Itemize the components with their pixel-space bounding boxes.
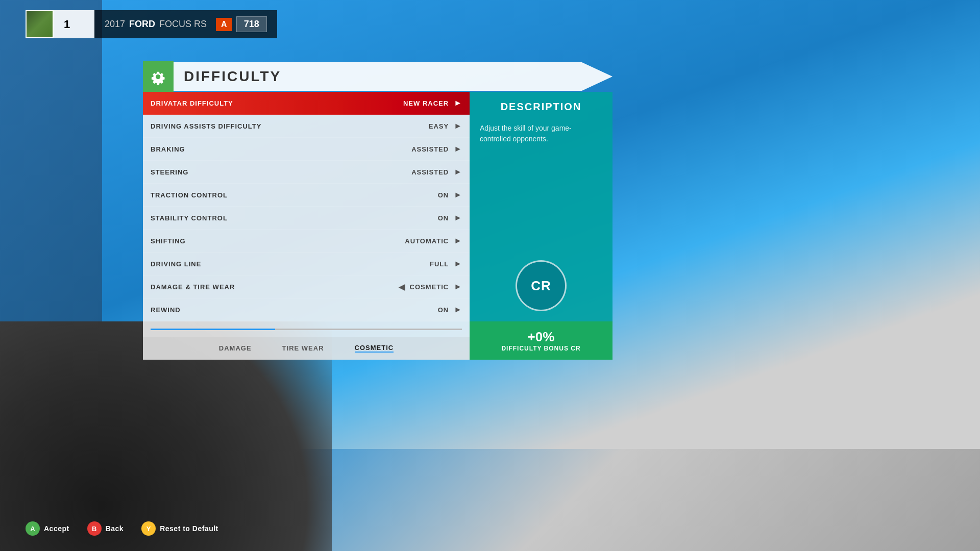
player-avatar: [26, 10, 54, 38]
setting-value-drivatar: NEW RACER: [403, 99, 449, 107]
cr-text: CR: [531, 278, 551, 294]
y-button-icon: Y: [141, 521, 156, 536]
setting-label-drivatar: DRIVATAR DIFFICULTY: [151, 99, 233, 107]
setting-row-traction[interactable]: TRACTION CONTROL ON ►: [143, 184, 470, 207]
damage-options-row: DAMAGE TIRE WEAR COSMETIC: [143, 337, 470, 360]
chevron-right-icon-shifting: ►: [454, 236, 462, 245]
chevron-right-icon-braking: ►: [454, 144, 462, 154]
chevron-right-icon-drivatar: ►: [454, 98, 462, 108]
accept-label: Accept: [44, 524, 69, 533]
car-class-badge: A: [216, 18, 232, 31]
setting-value-stability: ON: [438, 214, 449, 222]
setting-value-group-shifting: AUTOMATIC ►: [405, 236, 462, 245]
chevron-right-icon-traction: ►: [454, 190, 462, 199]
back-control[interactable]: B Back: [87, 521, 124, 536]
difficulty-container: DIFFICULTY DRIVATAR DIFFICULTY NEW RACER…: [143, 61, 612, 360]
setting-value-group-damage: ◀ COSMETIC ►: [399, 282, 462, 292]
car-brand: FORD: [129, 19, 155, 30]
setting-row-steering[interactable]: STEERING ASSISTED ►: [143, 161, 470, 184]
setting-label-rewind: REWIND: [151, 306, 181, 314]
setting-label-driving-assists: DRIVING ASSISTS DIFFICULTY: [151, 122, 261, 130]
chevron-left-icon-damage[interactable]: ◀: [399, 282, 405, 292]
description-title: DESCRIPTION: [470, 92, 612, 120]
setting-label-steering: STEERING: [151, 168, 188, 176]
setting-value-damage: COSMETIC: [410, 283, 449, 291]
setting-value-group-rewind: ON ►: [438, 305, 462, 314]
setting-row-shifting[interactable]: SHIFTING AUTOMATIC ►: [143, 230, 470, 253]
back-label: Back: [106, 524, 124, 533]
y-button-letter: Y: [146, 525, 151, 533]
setting-value-driving-line: FULL: [430, 260, 449, 268]
damage-option-damage[interactable]: DAMAGE: [219, 344, 252, 352]
setting-label-shifting: SHIFTING: [151, 237, 186, 245]
description-panel: DESCRIPTION Adjust the skill of your gam…: [470, 92, 612, 360]
setting-value-braking: ASSISTED: [411, 145, 449, 153]
setting-row-stability[interactable]: STABILITY CONTROL ON ►: [143, 207, 470, 230]
setting-value-group-drivatar: NEW RACER ►: [403, 98, 462, 108]
reset-label: Reset to Default: [160, 524, 218, 533]
chevron-right-icon-driving-assists: ►: [454, 121, 462, 131]
car-model: FOCUS RS: [159, 19, 207, 30]
difficulty-title-row: DIFFICULTY: [143, 61, 612, 92]
chevron-right-icon-steering: ►: [454, 167, 462, 177]
setting-value-group-steering: ASSISTED ►: [411, 167, 462, 177]
setting-label-driving-line: DRIVING LINE: [151, 260, 201, 268]
cr-badge: CR: [516, 260, 567, 311]
setting-row-drivatar[interactable]: DRIVATAR DIFFICULTY NEW RACER ►: [143, 92, 470, 115]
setting-label-braking: BRAKING: [151, 145, 185, 153]
setting-value-group-driving-line: FULL ►: [430, 259, 462, 268]
bottom-controls: A Accept B Back Y Reset to Default: [26, 521, 218, 536]
setting-row-driving-line[interactable]: DRIVING LINE FULL ►: [143, 253, 470, 276]
chevron-right-icon-damage[interactable]: ►: [454, 282, 462, 291]
setting-row-damage[interactable]: DAMAGE & TIRE WEAR ◀ COSMETIC ►: [143, 276, 470, 298]
setting-value-group-braking: ASSISTED ►: [411, 144, 462, 154]
setting-value-driving-assists: EASY: [429, 122, 449, 130]
description-text: Adjust the skill of your game-controlled…: [470, 120, 612, 255]
car-rating: 718: [236, 16, 267, 32]
setting-value-shifting: AUTOMATIC: [405, 237, 449, 245]
bonus-percent: +0%: [477, 329, 605, 345]
gear-icon-box: [143, 61, 174, 92]
setting-row-rewind[interactable]: REWIND ON ►: [143, 298, 470, 321]
setting-value-steering: ASSISTED: [411, 168, 449, 176]
accept-control[interactable]: A Accept: [26, 521, 69, 536]
setting-value-group-stability: ON ►: [438, 213, 462, 222]
bottom-slider-container: [143, 321, 470, 337]
bonus-bar: +0% DIFFICULTY BONUS CR: [470, 321, 612, 360]
settings-list: DRIVATAR DIFFICULTY NEW RACER ► DRIVING …: [143, 92, 470, 360]
setting-value-group-driving-assists: EASY ►: [429, 121, 462, 131]
setting-value-group-traction: ON ►: [438, 190, 462, 199]
gear-icon: [149, 67, 167, 86]
setting-label-traction: TRACTION CONTROL: [151, 191, 228, 199]
setting-value-traction: ON: [438, 191, 449, 199]
bonus-label: DIFFICULTY BONUS CR: [477, 345, 605, 352]
car-info: 2017 FORD FOCUS RS A 718: [94, 10, 277, 38]
setting-value-rewind: ON: [438, 306, 449, 314]
b-button-letter: B: [92, 525, 96, 533]
b-button-icon: B: [87, 521, 102, 536]
chevron-right-icon-rewind: ►: [454, 305, 462, 314]
settings-panel: DRIVATAR DIFFICULTY NEW RACER ► DRIVING …: [143, 92, 612, 360]
setting-label-damage: DAMAGE & TIRE WEAR: [151, 283, 235, 291]
chevron-right-icon-driving-line: ►: [454, 259, 462, 268]
car-year: 2017: [105, 19, 125, 30]
setting-row-driving-assists[interactable]: DRIVING ASSISTS DIFFICULTY EASY ►: [143, 115, 470, 138]
bottom-slider-fill: [151, 329, 275, 330]
setting-row-braking[interactable]: BRAKING ASSISTED ►: [143, 138, 470, 161]
difficulty-title-text: DIFFICULTY: [174, 62, 612, 91]
header-bar: 1 2017 FORD FOCUS RS A 718: [26, 10, 277, 38]
damage-option-cosmetic[interactable]: COSMETIC: [355, 344, 394, 353]
player-number: 1: [54, 10, 94, 38]
a-button-icon: A: [26, 521, 40, 536]
damage-option-tire-wear[interactable]: TIRE WEAR: [282, 344, 324, 352]
chevron-right-icon-stability: ►: [454, 213, 462, 222]
avatar-image: [27, 11, 53, 37]
reset-control[interactable]: Y Reset to Default: [141, 521, 218, 536]
bottom-slider-track: [151, 329, 462, 330]
setting-label-stability: STABILITY CONTROL: [151, 214, 228, 222]
a-button-letter: A: [30, 525, 35, 533]
